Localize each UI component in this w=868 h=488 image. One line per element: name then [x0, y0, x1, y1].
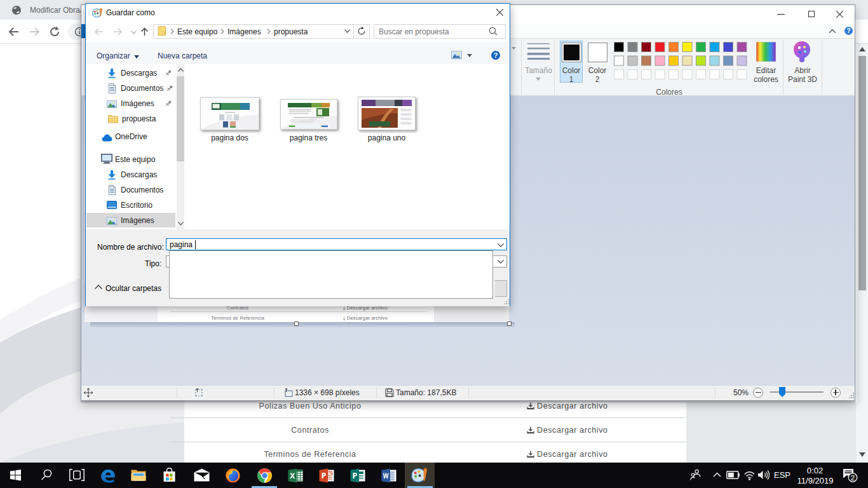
svg-text:2: 2	[851, 474, 855, 482]
